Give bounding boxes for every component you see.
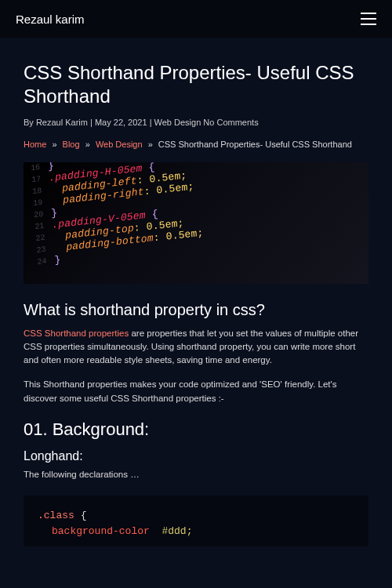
code-line: .class { (38, 508, 354, 524)
breadcrumb-sep: » (145, 140, 156, 149)
code-brace: { (81, 510, 87, 521)
paragraph: This Shorthand properties makes your cod… (24, 378, 368, 405)
page-title: CSS Shorthand Properties- Useful CSS Sho… (24, 61, 368, 108)
section-heading: What is shorthand property in css? (24, 301, 368, 319)
meta-comments[interactable]: No Comments (203, 118, 258, 127)
code-property: background-color (38, 525, 150, 537)
numbered-heading: 01. Background: (24, 419, 368, 440)
code-line: background-color #ddd; (38, 524, 354, 539)
meta-date: May 22, 2021 (95, 118, 147, 127)
code-value: #ddd; (162, 525, 192, 537)
brand-name[interactable]: Rezaul karim (16, 13, 85, 26)
sub-heading: Longhand: (24, 449, 368, 463)
breadcrumb-category[interactable]: Web Design (96, 140, 143, 149)
meta-author[interactable]: Rezaul Karim (36, 118, 88, 127)
meta-category[interactable]: Web Design (154, 118, 201, 127)
article-content: CSS Shorthand Properties- Useful CSS Sho… (0, 38, 392, 546)
breadcrumb-sep: » (82, 140, 93, 149)
meta-by: By (24, 118, 34, 127)
hero-image: 15pad16}17.padding-H-05em {18 padding-le… (24, 162, 368, 284)
paragraph: CSS Shorthand properties are properties … (24, 327, 368, 368)
breadcrumb-current: CSS Shorthand Properties- Useful CSS Sho… (158, 140, 352, 149)
breadcrumb: Home » Blog » Web Design » CSS Shorthand… (24, 138, 368, 151)
code-block: .class { background-color #ddd; (24, 495, 368, 546)
breadcrumb-sep: » (49, 140, 60, 149)
lead-text: The following declarations … (24, 468, 368, 481)
top-bar: Rezaul karim (0, 0, 392, 38)
article-meta: By Rezaul Karim | May 22, 2021 | Web Des… (24, 118, 368, 127)
code-selector: .class (38, 510, 74, 521)
meta-sep: | (150, 118, 152, 127)
breadcrumb-blog[interactable]: Blog (63, 140, 80, 149)
breadcrumb-home[interactable]: Home (24, 140, 46, 149)
highlight-link[interactable]: CSS Shorthand properties (24, 328, 129, 338)
menu-icon[interactable] (361, 13, 376, 25)
meta-sep: | (90, 118, 93, 127)
